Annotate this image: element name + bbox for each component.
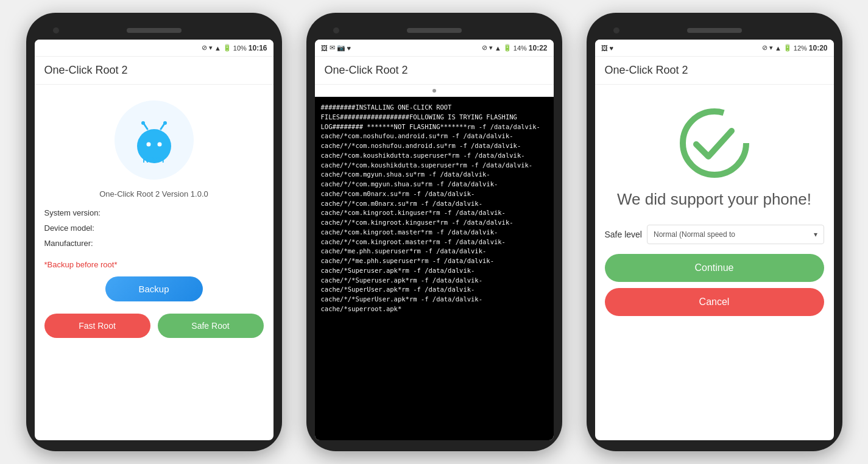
safe-level-value: Normal (Normal speed to (654, 230, 735, 239)
signal-icon-2: ▲ (495, 44, 501, 52)
phone-3-app-title: One-Click Root 2 (605, 64, 688, 76)
phone-1-status-bar: ⊘ ▾ ▲ 🔋 10% 10:16 (35, 40, 273, 57)
phone-2-time: 10:22 (529, 44, 548, 52)
battery-icon-2: 🔋 (503, 44, 512, 52)
phone-2-log-screen: #########INSTALLING ONE-CLICK ROOT FILES… (315, 85, 554, 440)
device-model-label: Device model: (44, 223, 264, 233)
manufacturer-label: Manufacturer: (44, 239, 264, 248)
wifi-icon: ▾ (209, 44, 213, 52)
phone-1-speaker (127, 28, 182, 33)
fast-root-button[interactable]: Fast Root (44, 314, 150, 338)
safe-level-select[interactable]: Normal (Normal speed to ▾ (647, 225, 824, 244)
system-version-label: System version: (44, 208, 264, 217)
svg-text:ROOT: ROOT (143, 155, 166, 164)
phone-1-time: 10:16 (249, 44, 267, 52)
log-dot (432, 89, 436, 93)
dnd-icon-2: ⊘ (482, 44, 487, 52)
phone-3-left-icons: 🖼 ♥ (601, 44, 614, 52)
heart-icon: ♥ (347, 44, 351, 52)
safe-level-row: Safe level Normal (Normal speed to ▾ (605, 225, 824, 244)
dnd-icon-3: ⊘ (762, 44, 767, 52)
screenshot-icon-3: 🖼 (601, 44, 608, 52)
log-header-dot (315, 85, 554, 97)
android-circle: ROOT (115, 100, 194, 180)
wifi-icon-3: ▾ (769, 44, 773, 52)
battery-icon: 🔋 (223, 44, 231, 52)
phone-2-status-icons: ⊘ ▾ ▲ 🔋 14% 10:22 (482, 44, 548, 52)
phone-3-success-screen: We did support your phone! Safe level No… (595, 85, 834, 440)
phone-1-camera (53, 27, 59, 33)
svg-point-8 (683, 111, 746, 175)
phone-2-speaker (407, 28, 462, 33)
phone-3-speaker (687, 28, 742, 33)
phone-3-screen: 🖼 ♥ ⊘ ▾ ▲ 🔋 12% 10:20 One-Click Root 2 (595, 40, 834, 440)
continue-button[interactable]: Continue (605, 254, 824, 282)
signal-icon: ▲ (214, 44, 221, 52)
svg-point-1 (146, 142, 150, 147)
dnd-icon: ⊘ (202, 44, 207, 52)
camera-icon2: 📷 (337, 44, 345, 52)
cancel-button[interactable]: Cancel (605, 288, 824, 316)
phone-1: ⊘ ▾ ▲ 🔋 10% 10:16 One-Click Root 2 (26, 13, 282, 451)
phone-3-app-bar: One-Click Root 2 (595, 57, 834, 85)
phone-1-content: ROOT One-Click Root 2 Version 1.0.0 Syst… (35, 85, 273, 440)
phone-1-notch (35, 24, 273, 37)
backup-warning: *Backup before root* (44, 260, 264, 269)
success-checkmark-svg (678, 107, 751, 180)
phone-2-app-title: One-Click Root 2 (325, 64, 408, 76)
phone-3-status-bar: 🖼 ♥ ⊘ ▾ ▲ 🔋 12% 10:20 (595, 40, 834, 57)
mail-icon: ✉ (330, 44, 335, 52)
heart-icon-3: ♥ (610, 44, 614, 52)
phone-2-status-left-icons: 🖼 ✉ 📷 ♥ (321, 44, 351, 52)
svg-point-2 (157, 142, 161, 147)
phone-3-time: 10:20 (809, 44, 828, 52)
android-svg: ROOT (127, 113, 182, 167)
version-text: One-Click Root 2 Version 1.0.0 (44, 189, 264, 199)
signal-icon-3: ▲ (775, 44, 782, 52)
success-message: We did support your phone! (605, 189, 824, 210)
screenshot-icon: 🖼 (321, 44, 328, 52)
phone-1-status-icons: ⊘ ▾ ▲ 🔋 10% 10:16 (202, 44, 267, 52)
safe-root-button[interactable]: Safe Root (158, 314, 264, 338)
success-checkmark-container (605, 107, 824, 180)
phone-2-app-bar: One-Click Root 2 (315, 57, 554, 85)
svg-point-4 (141, 121, 145, 125)
svg-line-5 (161, 124, 164, 129)
phone-1-app-bar: One-Click Root 2 (35, 57, 273, 85)
phone-3-notch (595, 24, 834, 37)
svg-point-6 (163, 121, 167, 125)
phone-3-camera (613, 27, 619, 33)
phone-3: 🖼 ♥ ⊘ ▾ ▲ 🔋 12% 10:20 One-Click Root 2 (587, 13, 842, 451)
phone-2-notch (315, 24, 554, 37)
log-content: #########INSTALLING ONE-CLICK ROOT FILES… (315, 97, 554, 440)
wifi-icon-2: ▾ (489, 44, 493, 52)
svg-line-3 (144, 124, 147, 129)
root-buttons-row: Fast Root Safe Root (44, 314, 264, 338)
android-logo-container: ROOT (44, 100, 264, 180)
phone-2-screen: 🖼 ✉ 📷 ♥ ⊘ ▾ ▲ 🔋 14% 10:22 One-Click Root… (315, 40, 554, 440)
chevron-down-icon: ▾ (814, 230, 817, 239)
phone-3-status-icons: ⊘ ▾ ▲ 🔋 12% 10:20 (762, 44, 828, 52)
phone-2-battery-pct: 14% (513, 44, 527, 52)
safe-level-label: Safe level (605, 230, 642, 239)
phone-1-battery-pct: 10% (233, 44, 247, 52)
phone-3-battery-pct: 12% (794, 44, 807, 52)
phone-2: 🖼 ✉ 📷 ♥ ⊘ ▾ ▲ 🔋 14% 10:22 One-Click Root… (306, 13, 562, 451)
battery-icon-3: 🔋 (783, 44, 792, 52)
phone-1-app-title: One-Click Root 2 (44, 64, 128, 76)
phone-2-status-bar: 🖼 ✉ 📷 ♥ ⊘ ▾ ▲ 🔋 14% 10:22 (315, 40, 554, 57)
phone-2-camera (333, 27, 339, 33)
backup-button[interactable]: Backup (105, 276, 203, 301)
phone-1-screen: ⊘ ▾ ▲ 🔋 10% 10:16 One-Click Root 2 (35, 40, 273, 440)
